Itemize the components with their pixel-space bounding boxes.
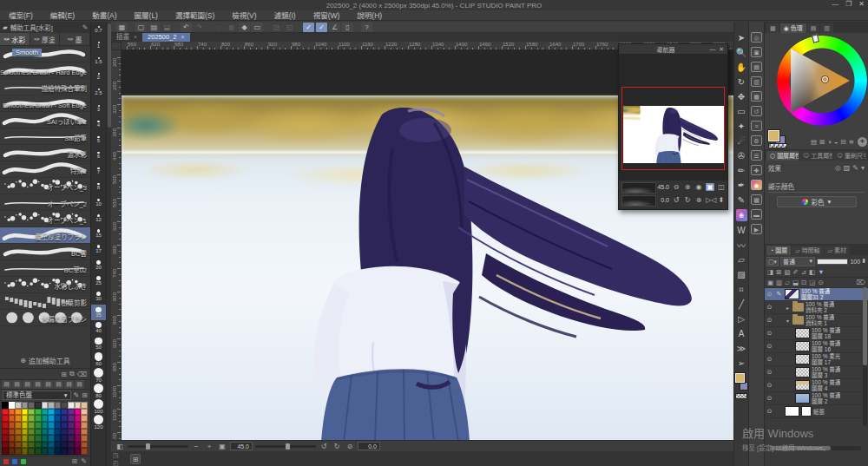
- lock-alpha-icon[interactable]: ▧: [784, 268, 790, 276]
- visibility-eye-icon[interactable]: ⊙: [766, 369, 773, 376]
- close-button[interactable]: ✕: [858, 0, 865, 8]
- tab-close-icon[interactable]: ×: [134, 33, 137, 42]
- brush-size-item[interactable]: 30: [91, 289, 106, 305]
- color-swatch[interactable]: [48, 402, 55, 409]
- zoom-out-icon[interactable]: ⊖: [672, 183, 681, 191]
- menu-item-V[interactable]: 檢視(V): [223, 10, 265, 21]
- pen-tool-icon[interactable]: ✒: [735, 178, 748, 193]
- color-swatch[interactable]: [42, 448, 49, 455]
- brush-size-item[interactable]: 35: [91, 305, 106, 320]
- fit-screen-icon[interactable]: ▣: [706, 183, 714, 191]
- brush-item[interactable]: オーブペン_1: [0, 211, 90, 227]
- color-tab[interactable]: ▩: [766, 23, 779, 33]
- tablet-mode-icon[interactable]: ▯: [342, 23, 353, 32]
- color-swatch[interactable]: [81, 435, 88, 442]
- rotate-right-button[interactable]: ↻: [332, 443, 342, 450]
- color-swatch[interactable]: [35, 409, 42, 416]
- replace-swatch-icon[interactable]: ⧉: [69, 370, 75, 378]
- subtool-detail-panel-icon[interactable]: ✚: [751, 165, 762, 175]
- layer-thumbnail[interactable]: [795, 354, 810, 364]
- color-swatch[interactable]: [15, 435, 22, 442]
- rotate-left-icon[interactable]: ↺: [672, 196, 681, 204]
- color-set-panel-icon[interactable]: ▩: [751, 194, 762, 205]
- color-swatch[interactable]: [48, 409, 55, 416]
- color-swatch[interactable]: [15, 402, 22, 409]
- color-set-dropdown[interactable]: 標準色盤 ▾: [3, 391, 71, 400]
- color-set-tab-icon[interactable]: ▤: [75, 380, 84, 389]
- brush-item[interactable]: オーブペン_3: [0, 178, 90, 194]
- color-swatch[interactable]: [9, 429, 16, 436]
- layer-panel-tab-素材[interactable]: ▱素材: [825, 246, 850, 255]
- brush-size-item[interactable]: 17: [91, 241, 106, 257]
- border-effect-icon[interactable]: ◎: [835, 164, 841, 172]
- eraser-tool-icon[interactable]: ▱: [735, 253, 748, 267]
- color-swatch[interactable]: [15, 409, 22, 416]
- open-file-icon[interactable]: ▤: [148, 23, 160, 32]
- menu-item-E[interactable]: 編輯(E): [42, 10, 83, 21]
- brush-item[interactable]: Smooth: [0, 46, 90, 62]
- color-swatch[interactable]: [61, 442, 68, 449]
- color-set-tab-icon[interactable]: ▤: [43, 380, 53, 389]
- invert-selection-icon[interactable]: ◍: [226, 23, 237, 32]
- layer-panel-vscrollbar[interactable]: [863, 287, 867, 426]
- color-swatch[interactable]: [28, 409, 35, 416]
- color-footer-icon[interactable]: ◒: [834, 138, 838, 146]
- gradient-tool-icon[interactable]: ▨: [735, 267, 748, 282]
- brush-size-item[interactable]: 40: [91, 320, 106, 336]
- figure-tool-icon[interactable]: ▷: [735, 312, 748, 326]
- layer-property-tab-工具屬性[interactable]: 🗨工具屬性: [799, 151, 832, 161]
- border-selection-icon[interactable]: ◲: [271, 23, 282, 32]
- color-swatch[interactable]: [75, 448, 82, 455]
- combine-mode-icon[interactable]: ▢▾: [766, 257, 779, 266]
- color-swatch[interactable]: [42, 415, 49, 422]
- layer-thumbnail[interactable]: [795, 380, 810, 391]
- color-set-tab-icon[interactable]: ▤: [54, 380, 63, 389]
- add-swatch-icon[interactable]: ⊞: [61, 371, 67, 378]
- selection-tool-icon[interactable]: ▭: [735, 104, 748, 119]
- layer-mask-icon[interactable]: ◨: [767, 268, 773, 276]
- add-subtool-button[interactable]: ⊕ 追加輔助工具: [0, 352, 90, 368]
- subtool-tab-墨[interactable]: ✑墨: [60, 33, 90, 45]
- zoom-value[interactable]: 45.0: [230, 442, 253, 450]
- color-set-tab-icon[interactable]: ▤: [64, 380, 74, 389]
- flip-horizontal-icon[interactable]: ▷◁: [706, 196, 714, 204]
- history-panel-icon[interactable]: ↺: [751, 106, 762, 116]
- new-document-icon[interactable]: ▢: [135, 23, 147, 32]
- auto-action-tool-icon[interactable]: ≫: [735, 341, 748, 356]
- color-swatch[interactable]: [35, 402, 42, 409]
- brush-tool-icon[interactable]: ✎: [735, 193, 748, 207]
- folder-expander-icon[interactable]: ▾: [785, 318, 791, 324]
- visibility-eye-icon[interactable]: ⊙: [766, 382, 773, 389]
- color-swatch[interactable]: [48, 415, 55, 422]
- brush-size-item[interactable]: 0.7: [91, 22, 106, 37]
- brush-size-item[interactable]: 3: [91, 100, 106, 115]
- brush-item[interactable]: Sai鉛筆: [0, 128, 90, 145]
- color-swatch[interactable]: [68, 415, 75, 422]
- opacity-slider[interactable]: [817, 259, 848, 265]
- fullscreen-icon[interactable]: ◧: [115, 443, 125, 450]
- color-swatch[interactable]: [55, 409, 62, 416]
- menu-item-L[interactable]: 圖層(L): [126, 10, 167, 21]
- eyedropper-tool-icon[interactable]: ✇: [735, 148, 748, 163]
- color-swatch[interactable]: [68, 422, 75, 429]
- snap-to-ruler-icon[interactable]: ✓: [303, 23, 314, 32]
- brush-item[interactable]: 魔王厚塗りブラシ: [0, 227, 90, 244]
- pencil-tool-icon[interactable]: ✏: [735, 163, 748, 178]
- brush-item[interactable]: 木漏れ日ブラシ: [0, 310, 90, 326]
- color-swatch[interactable]: [55, 402, 62, 409]
- color-swatch[interactable]: [9, 409, 16, 416]
- color-swatch[interactable]: [15, 422, 22, 429]
- edit-color-icon[interactable]: ✎: [81, 457, 87, 465]
- information-panel-icon[interactable]: ▦: [751, 91, 762, 102]
- new-folder-icon[interactable]: ▱: [785, 279, 790, 286]
- tab-close-icon[interactable]: ×: [181, 33, 184, 42]
- reset-view-button[interactable]: ⊘: [345, 443, 355, 450]
- flip-vertical-icon[interactable]: ⬍: [717, 196, 726, 204]
- layer-thumbnail[interactable]: [785, 406, 799, 417]
- color-footer-icon[interactable]: ⊟: [840, 138, 845, 146]
- navigator-title-bar[interactable]: 導航器 — ✕: [619, 44, 727, 54]
- timeline-panel-icon[interactable]: ▬: [751, 209, 762, 220]
- recent-color-chip[interactable]: [12, 459, 17, 464]
- color-swatch[interactable]: [9, 402, 16, 409]
- deselect-icon[interactable]: ◌: [213, 23, 224, 32]
